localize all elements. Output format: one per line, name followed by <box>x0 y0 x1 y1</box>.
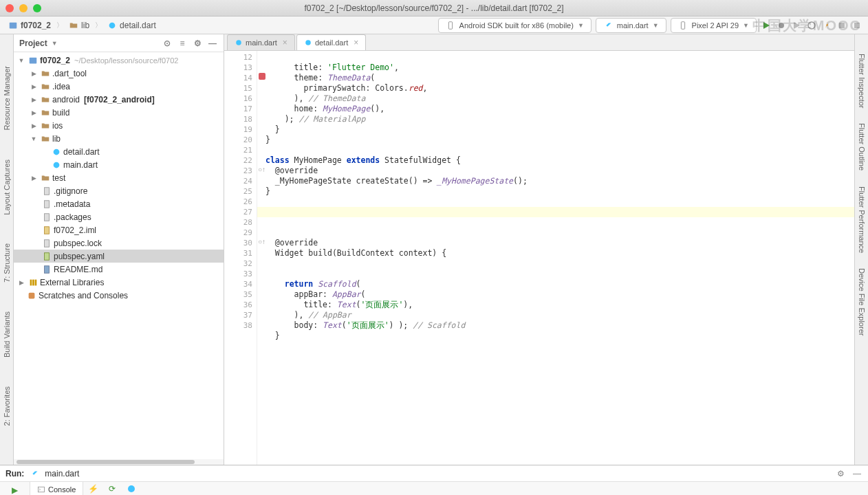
tree-file[interactable]: pubspec.lock <box>14 236 224 250</box>
editor-tabs: main.dart× detail.dart× <box>224 34 854 51</box>
stop-button[interactable] <box>851 20 862 31</box>
run-config-selector[interactable]: main.dart ▼ <box>596 18 666 33</box>
project-tree[interactable]: ▼ f0702_2 ~/Desktop/lesson/source/f0702 … <box>14 52 224 459</box>
tree-folder[interactable]: ▶.dart_tool <box>14 67 224 80</box>
run-button[interactable] <box>761 20 772 31</box>
tree-label: main.dart <box>63 160 98 170</box>
breadcrumb-label: detail.dart <box>120 21 156 30</box>
tree-file-pubspec[interactable]: pubspec.yaml <box>14 250 224 263</box>
tool-resource-manager[interactable]: Resource Manager <box>3 62 11 135</box>
profile-button[interactable] <box>806 20 817 31</box>
tree-folder[interactable]: ▶build <box>14 106 224 119</box>
tree-file-main[interactable]: main.dart <box>14 158 224 171</box>
minimize-window-button[interactable] <box>19 4 28 12</box>
tool-layout-captures[interactable]: Layout Captures <box>3 155 11 219</box>
chevron-right-icon[interactable]: ▶ <box>17 279 26 286</box>
run-tool-window: Run: main.dart ⚙ — ▶ Console ⚡ ⟳ ↑ <box>0 465 868 495</box>
tree-label: lib <box>52 134 61 144</box>
horizontal-scrollbar[interactable] <box>14 459 224 465</box>
tree-folder[interactable]: ▶android[f0702_2_android] <box>14 93 224 106</box>
chevron-down-icon: ▼ <box>578 22 584 29</box>
close-icon[interactable]: × <box>283 38 287 47</box>
editor-tab-main[interactable]: main.dart× <box>227 34 295 50</box>
chevron-right-icon[interactable]: ▶ <box>29 70 39 77</box>
devtools-icon[interactable] <box>126 483 137 494</box>
breadcrumb-file[interactable]: detail.dart <box>105 19 159 32</box>
tree-file[interactable]: .packages <box>14 210 224 223</box>
tree-file[interactable]: .gitignore <box>14 184 224 197</box>
chevron-right-icon[interactable]: ▶ <box>29 175 39 182</box>
coverage-button[interactable] <box>791 20 802 31</box>
tree-folder[interactable]: ▶test <box>14 171 224 184</box>
hide-icon[interactable]: — <box>207 38 218 49</box>
tree-folder[interactable]: ▶ios <box>14 119 224 132</box>
tree-folder[interactable]: ▶.idea <box>14 80 224 93</box>
code-editor[interactable]: 12 13 14 15 16 17 18 19 20 21 22 23 24 2… <box>224 51 854 465</box>
breadcrumb-project[interactable]: f0702_2 <box>6 19 54 32</box>
close-icon[interactable]: × <box>354 38 358 47</box>
svg-rect-2 <box>448 21 452 29</box>
device-selector[interactable]: Android SDK built for x86 (mobile) ▼ <box>438 18 592 33</box>
hot-restart-icon[interactable]: ⟳ <box>107 483 118 494</box>
tree-scratches[interactable]: Scratches and Consoles <box>14 289 224 302</box>
locate-icon[interactable]: ⊙ <box>162 38 173 49</box>
code-content[interactable]: title: 'Flutter Demo', theme: ThemeData(… <box>257 51 854 465</box>
tree-folder-lib[interactable]: ▼lib <box>14 132 224 145</box>
svg-point-9 <box>54 148 60 155</box>
tree-file[interactable]: f0702_2.iml <box>14 223 224 236</box>
file-icon <box>41 212 52 222</box>
tree-root[interactable]: ▼ f0702_2 ~/Desktop/lesson/source/f0702 <box>14 54 224 67</box>
expand-all-icon[interactable]: ≡ <box>177 38 188 49</box>
tree-file[interactable]: README.md <box>14 263 224 276</box>
chevron-down-icon[interactable]: ▼ <box>29 135 39 142</box>
run-left-toolbar: ▶ <box>0 482 30 495</box>
device-selector-label: Android SDK built for x86 (mobile) <box>459 21 574 30</box>
tool-build-variants[interactable]: Build Variants <box>3 307 11 362</box>
breadcrumb-folder[interactable]: lib <box>66 19 92 32</box>
tree-external-libs[interactable]: ▶External Libraries <box>14 276 224 289</box>
chevron-right-icon[interactable]: ▶ <box>29 122 39 129</box>
debug-button[interactable] <box>776 20 787 31</box>
dart-file-icon <box>235 38 243 47</box>
gear-icon[interactable]: ⚙ <box>835 468 846 479</box>
chevron-right-icon[interactable]: ▶ <box>29 96 39 103</box>
tree-hint: ~/Desktop/lesson/source/f0702 <box>74 56 178 65</box>
tool-flutter-inspector[interactable]: Flutter Inspector <box>858 48 866 113</box>
chevron-down-icon: ▼ <box>653 22 659 29</box>
run-label: Run: <box>6 469 24 478</box>
tool-device-file-explorer[interactable]: Device File Explorer <box>858 263 866 341</box>
close-window-button[interactable] <box>6 4 14 12</box>
attach-button[interactable] <box>836 20 847 31</box>
tree-file-detail[interactable]: detail.dart <box>14 145 224 158</box>
chevron-right-icon[interactable]: ▶ <box>29 109 39 116</box>
hot-reload-icon[interactable]: ⚡ <box>87 483 98 494</box>
chevron-down-icon[interactable]: ▼ <box>52 40 58 47</box>
chevron-down-icon[interactable]: ▼ <box>17 57 26 64</box>
rerun-button[interactable]: ▶ <box>10 485 21 495</box>
svg-rect-12 <box>45 200 50 208</box>
tool-structure[interactable]: 7: Structure <box>3 239 11 287</box>
tool-favorites[interactable]: 2: Favorites <box>3 382 11 430</box>
chevron-right-icon[interactable]: ▶ <box>29 83 39 90</box>
svg-rect-13 <box>45 213 50 221</box>
traffic-lights <box>6 4 41 12</box>
zoom-window-button[interactable] <box>33 4 41 12</box>
svg-point-1 <box>109 22 116 28</box>
dart-file-icon <box>51 160 62 170</box>
tree-label: README.md <box>54 265 102 274</box>
gear-icon[interactable]: ⚙ <box>192 38 203 49</box>
dart-file-icon <box>304 38 312 47</box>
emulator-selector[interactable]: Pixel 2 API 29 ▼ <box>671 18 757 33</box>
phone-icon <box>678 21 688 30</box>
console-tab[interactable]: Console <box>30 482 83 495</box>
tool-flutter-performance[interactable]: Flutter Performance <box>858 181 866 258</box>
project-icon <box>28 56 39 65</box>
tree-file[interactable]: .metadata <box>14 197 224 210</box>
tree-hint: [f0702_2_android] <box>84 95 155 104</box>
editor-tab-detail[interactable]: detail.dart× <box>296 34 366 50</box>
hide-icon[interactable]: — <box>851 468 862 479</box>
hot-reload-button[interactable] <box>821 20 832 31</box>
tree-label: .gitignore <box>54 186 87 196</box>
tool-flutter-outline[interactable]: Flutter Outline <box>858 118 866 176</box>
svg-rect-6 <box>839 23 845 28</box>
